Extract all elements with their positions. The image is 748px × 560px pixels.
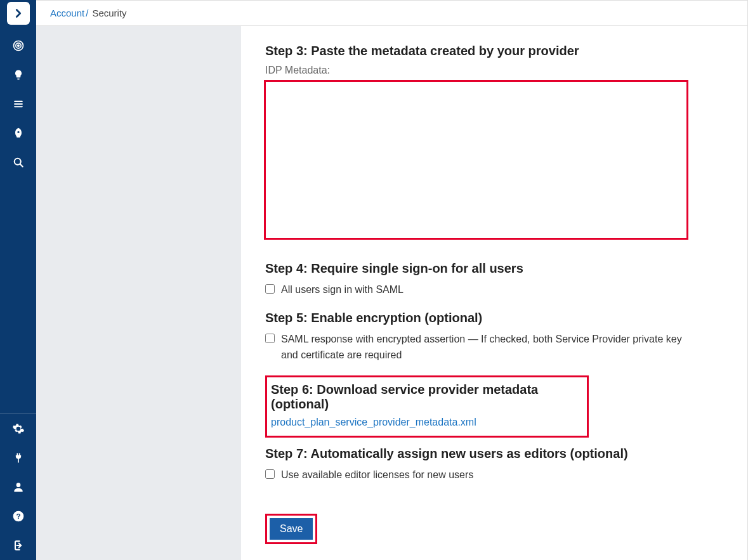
app-content: Account / Security Step 3: Paste the met…: [36, 0, 748, 560]
idp-metadata-label: IDP Metadata:: [265, 65, 708, 76]
target-icon[interactable]: [0, 31, 36, 60]
svg-text:?: ?: [16, 512, 20, 520]
step6-title: Step 6: Download service provider metada…: [271, 382, 579, 412]
step5-title: Step 5: Enable encryption (optional): [265, 311, 708, 325]
require-sso-label: All users sign in with SAML: [281, 282, 404, 298]
step4-title: Step 4: Require single sign-on for all u…: [265, 261, 708, 276]
nav-rail: ?: [0, 0, 36, 560]
svg-point-2: [17, 45, 19, 47]
save-highlight-box: Save: [265, 514, 317, 544]
breadcrumb-separator: /: [86, 8, 88, 18]
logout-icon[interactable]: [0, 531, 36, 560]
main-panel: Step 3: Paste the metadata created by yo…: [241, 26, 747, 560]
auto-assign-editors-checkbox[interactable]: [265, 469, 275, 479]
enable-encryption-label: SAML response with encrypted assertion —…: [281, 332, 684, 363]
left-side-panel: [36, 26, 241, 560]
search-icon[interactable]: [0, 148, 36, 177]
step7-title: Step 7: Automatically assign new users a…: [265, 446, 708, 461]
breadcrumb: Account / Security: [36, 1, 747, 26]
app-logo[interactable]: [7, 2, 30, 25]
require-sso-checkbox[interactable]: [265, 284, 275, 294]
rocket-icon[interactable]: [0, 119, 36, 148]
menu-icon[interactable]: [0, 89, 36, 119]
auto-assign-editors-label: Use available editor licenses for new us…: [281, 467, 473, 483]
svg-point-8: [16, 483, 20, 487]
step6-highlight-box: Step 6: Download service provider metada…: [265, 375, 589, 438]
save-button[interactable]: Save: [270, 518, 313, 540]
idp-metadata-textarea[interactable]: [265, 81, 687, 238]
sp-metadata-download-link[interactable]: product_plan_service_provider_metadata.x…: [271, 417, 476, 427]
enable-encryption-checkbox[interactable]: [265, 334, 275, 343]
help-icon[interactable]: ?: [0, 502, 36, 531]
gear-icon[interactable]: [0, 414, 36, 443]
lightbulb-icon[interactable]: [0, 60, 36, 89]
user-icon[interactable]: [0, 472, 36, 502]
breadcrumb-parent[interactable]: Account: [50, 8, 84, 18]
plug-icon[interactable]: [0, 443, 36, 472]
svg-line-7: [20, 164, 22, 167]
step3-title: Step 3: Paste the metadata created by yo…: [265, 44, 708, 58]
breadcrumb-current: Security: [92, 8, 126, 18]
